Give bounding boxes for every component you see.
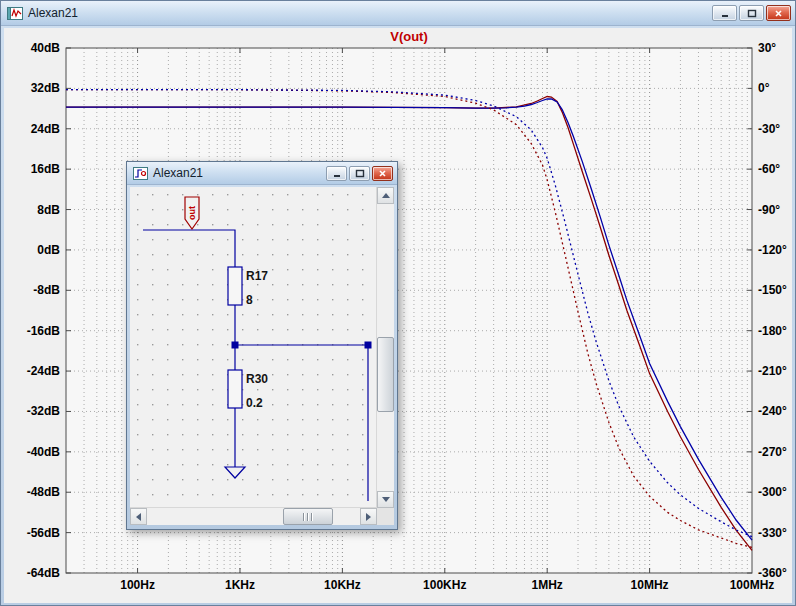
schematic-maximize-button[interactable] [349,166,370,181]
maximize-icon [747,9,757,18]
schematic-window-title: Alexan21 [153,166,203,180]
horizontal-scrollbar[interactable] [130,507,377,525]
right-axis-label: -90° [758,203,780,217]
left-axis-label: -8dB [33,283,60,297]
schematic-canvas[interactable]: out R17 8 R30 0.2 [130,187,377,508]
trace-label[interactable]: V(out) [390,29,428,44]
scroll-down-button[interactable] [377,491,394,508]
left-axis-label: 8dB [37,203,60,217]
x-axis-label: 100MHz [730,578,775,592]
x-axis-label: 100Hz [120,578,155,592]
left-axis-label: 24dB [31,122,61,136]
schematic-window-controls [326,166,393,181]
right-axis-label: -330° [758,526,787,540]
left-axis-label: -32dB [27,404,61,418]
waveform-icon [7,7,23,20]
left-axis-label: 40dB [31,41,61,55]
x-axis-label: 100KHz [423,578,466,592]
left-axis-label: -48dB [27,485,61,499]
schematic-window: Alexan21 [126,161,398,530]
junction-marker-right [365,342,372,349]
resistor-R30-body[interactable] [228,370,242,408]
schematic-grid-dots [130,187,377,508]
schematic-close-button[interactable] [372,166,393,181]
x-axis-label: 10KHz [324,578,361,592]
right-axis-label: -30° [758,122,780,136]
x-axis-label: 1MHz [532,578,563,592]
bode-plot[interactable]: 40dB32dB24dB16dB8dB0dB-8dB-16dB-24dB-32d… [4,28,792,603]
junction-marker-left [232,342,239,349]
maximize-button[interactable] [739,5,764,21]
scroll-left-button[interactable] [130,508,147,525]
scrollbar-corner [377,508,394,525]
right-axis-label: -60° [758,162,780,176]
left-axis-label: -40dB [27,445,61,459]
resistor-R30-name[interactable]: R30 [246,372,268,386]
right-axis-label: -150° [758,283,787,297]
minimize-icon [332,169,342,178]
vertical-scrollbar[interactable] [376,187,394,508]
right-axis-label: 30° [758,41,776,55]
resistor-R17-body[interactable] [228,267,242,305]
arrow-down-icon [382,497,390,502]
horizontal-scrollbar-thumb[interactable] [283,508,333,525]
close-icon [774,9,783,18]
net-label-out: out [187,206,197,220]
maximize-icon [355,169,365,178]
x-axis-label: 1KHz [225,578,255,592]
minimize-button[interactable] [712,5,737,21]
left-axis-label: 32dB [31,81,61,95]
right-axis-label: -120° [758,243,787,257]
arrow-up-icon [382,193,390,198]
right-axis-label: -210° [758,364,787,378]
resistor-R17-value[interactable]: 8 [246,293,253,307]
arrow-right-icon [366,513,371,521]
x-axis-label: 10MHz [631,578,669,592]
plot-pane: 40dB32dB24dB16dB8dB0dB-8dB-16dB-24dB-32d… [4,28,792,603]
arrow-left-icon [136,513,141,521]
right-axis-label: -300° [758,485,787,499]
right-axis-label: -240° [758,404,787,418]
scroll-up-button[interactable] [377,187,394,204]
schematic-minimize-button[interactable] [326,166,347,181]
schematic-icon [133,167,148,180]
schematic-window-titlebar[interactable]: Alexan21 [127,162,397,185]
scroll-right-button[interactable] [360,508,377,525]
close-button[interactable] [766,5,791,21]
left-axis-label: -64dB [27,566,61,580]
left-axis-label: 0dB [37,243,60,257]
schematic-client: out R17 8 R30 0.2 [130,187,394,525]
left-axis-label: -16dB [27,324,61,338]
minimize-icon [720,9,730,18]
left-axis-label: -56dB [27,526,61,540]
plot-window-title: Alexan21 [28,6,78,20]
left-axis-label: -24dB [27,364,61,378]
left-axis-label: 16dB [31,162,61,176]
plot-window-titlebar[interactable]: Alexan21 [1,1,795,26]
resistor-R17-name[interactable]: R17 [246,269,268,283]
right-axis-label: -180° [758,324,787,338]
close-icon [378,169,387,178]
vertical-scrollbar-thumb[interactable] [377,337,394,412]
plot-window: Alexan21 40dB32dB24dB16dB8dB0dB-8dB-16dB… [0,0,796,606]
plot-window-controls [712,5,791,21]
resistor-R30-value[interactable]: 0.2 [246,396,263,410]
right-axis-label: 0° [758,81,770,95]
right-axis-label: -270° [758,445,787,459]
